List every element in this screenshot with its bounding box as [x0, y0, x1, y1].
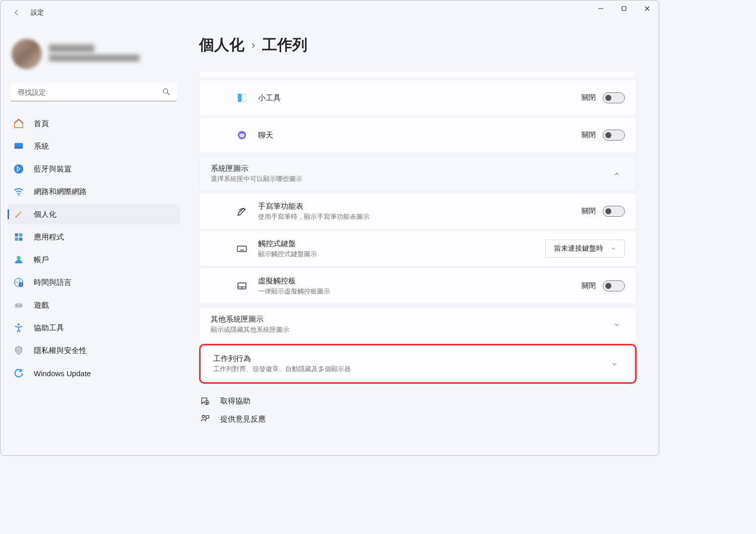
- nav-label: 隱私權與安全性: [34, 346, 87, 355]
- gamepad-icon: [13, 299, 25, 311]
- nav-label: 首頁: [34, 119, 49, 129]
- nav-personalization[interactable]: 個人化: [8, 204, 180, 224]
- row-touch-keyboard[interactable]: 觸控式鍵盤 顯示觸控式鍵盤圖示 當未連接鍵盤時: [199, 230, 637, 267]
- svg-line-3: [167, 93, 169, 95]
- nav-label: 帳戶: [34, 255, 49, 265]
- accessibility-icon: [13, 322, 25, 334]
- chat-toggle[interactable]: [603, 130, 625, 141]
- profile-block[interactable]: [8, 25, 180, 83]
- nav-label: 網路和網際網路: [34, 187, 87, 197]
- svg-point-24: [242, 135, 243, 136]
- back-button[interactable]: [7, 3, 27, 23]
- row-title: 觸控式鍵盤: [258, 239, 536, 249]
- section-other-tray[interactable]: 其他系統匣圖示 顯示或隱藏其他系統匣圖示: [199, 307, 637, 342]
- section-tray-icons[interactable]: 系統匣圖示 選擇系統匣中可以顯示哪些圖示: [199, 156, 637, 191]
- avatar: [12, 39, 42, 69]
- link-label: 取得協助: [220, 396, 250, 406]
- widgets-icon: [235, 91, 249, 105]
- svg-point-17: [20, 305, 21, 306]
- search-box[interactable]: [11, 83, 177, 101]
- link-label: 提供意見反應: [220, 414, 266, 424]
- toggle-state: 關閉: [582, 281, 596, 290]
- close-button[interactable]: [636, 1, 659, 17]
- breadcrumb-parent[interactable]: 個人化: [199, 35, 244, 55]
- pen-toggle[interactable]: [603, 206, 625, 217]
- nav-time-language[interactable]: 時間與語言: [8, 272, 180, 292]
- svg-rect-1: [622, 7, 626, 11]
- nav-bluetooth[interactable]: 藍牙與裝置: [8, 159, 180, 179]
- toggle-state: 關閉: [582, 93, 596, 102]
- svg-point-18: [18, 324, 20, 326]
- maximize-button[interactable]: [612, 1, 636, 17]
- window-controls: [589, 1, 659, 17]
- row-chat[interactable]: 聊天 關閉: [199, 117, 637, 153]
- row-title: 虛擬觸控板: [258, 276, 573, 286]
- apps-icon: [13, 231, 25, 243]
- svg-point-12: [17, 256, 20, 260]
- nav-windows-update[interactable]: Windows Update: [8, 363, 180, 383]
- touch-keyboard-dropdown[interactable]: 當未連接鍵盤時: [545, 240, 625, 258]
- nav-label: 協助工具: [34, 323, 64, 333]
- row-widgets[interactable]: 小工具 關閉: [199, 80, 637, 116]
- card-stub-top: [199, 71, 637, 78]
- nav-label: Windows Update: [34, 369, 91, 378]
- section-sub: 工作列對齊、頒發徽章、自動隱藏及多個顯示器: [213, 365, 606, 374]
- breadcrumb-current: 工作列: [262, 35, 307, 55]
- svg-rect-22: [239, 134, 244, 137]
- nav-apps[interactable]: 應用程式: [8, 227, 180, 247]
- svg-point-2: [163, 89, 168, 93]
- feedback-link[interactable]: 提供意見反應: [199, 414, 637, 424]
- section-title: 系統匣圖示: [211, 164, 609, 173]
- get-help-link[interactable]: ? 取得協助: [199, 396, 637, 406]
- nav-privacy[interactable]: 隱私權與安全性: [8, 340, 180, 361]
- toggle-state: 關閉: [582, 207, 596, 216]
- row-virtual-touchpad[interactable]: 虛擬觸控板 一律顯示虛擬觸控板圖示 關閉: [199, 268, 637, 304]
- svg-point-7: [18, 195, 20, 196]
- nav-accounts[interactable]: 帳戶: [8, 250, 180, 270]
- keyboard-icon: [235, 242, 249, 256]
- content: 個人化 › 工作列 小工具 關閉 聊天 關閉 系統匣圖示 選擇系統匣中可以顯: [187, 25, 659, 455]
- highlight-taskbar-behavior: 工作列行為 工作列對齊、頒發徽章、自動隱藏及多個顯示器: [199, 344, 637, 384]
- row-pen-menu[interactable]: 手寫筆功能表 使用手寫筆時，顯示手寫筆功能表圖示 關閉: [199, 193, 637, 229]
- touchpad-toggle[interactable]: [603, 280, 625, 291]
- svg-rect-9: [19, 233, 22, 236]
- chat-icon: [235, 128, 249, 142]
- svg-rect-10: [15, 238, 18, 241]
- chevron-up-icon: [609, 166, 625, 182]
- nav-system[interactable]: 系統: [8, 136, 180, 156]
- section-taskbar-behavior[interactable]: 工作列行為 工作列對齊、頒發徽章、自動隱藏及多個顯示器: [202, 346, 634, 381]
- section-title: 其他系統匣圖示: [211, 315, 609, 324]
- system-icon: [13, 140, 25, 152]
- chevron-down-icon: [606, 356, 622, 372]
- row-sub: 顯示觸控式鍵盤圖示: [258, 250, 536, 259]
- search-icon: [162, 87, 171, 96]
- nav-home[interactable]: 首頁: [8, 113, 180, 134]
- svg-point-35: [202, 416, 205, 418]
- pen-icon: [235, 204, 249, 218]
- wifi-icon: [13, 186, 25, 198]
- dropdown-value: 當未連接鍵盤時: [554, 244, 603, 253]
- nav-list: 首頁 系統 藍牙與裝置 網路和網際網路 個人化 應用程式: [8, 113, 180, 383]
- row-sub: 一律顯示虛擬觸控板圖示: [258, 287, 573, 296]
- section-sub: 選擇系統匣中可以顯示哪些圖示: [211, 174, 609, 184]
- svg-rect-19: [238, 94, 241, 102]
- nav-network[interactable]: 網路和網際網路: [8, 182, 180, 202]
- nav-label: 遊戲: [34, 301, 49, 310]
- nav-label: 應用程式: [34, 232, 64, 242]
- search-input[interactable]: [11, 83, 177, 101]
- minimize-button[interactable]: [589, 1, 612, 17]
- feedback-icon: [199, 414, 211, 424]
- titlebar: 設定: [1, 1, 659, 25]
- nav-label: 系統: [34, 142, 49, 151]
- row-title: 聊天: [258, 131, 573, 140]
- sidebar: 首頁 系統 藍牙與裝置 網路和網際網路 個人化 應用程式: [1, 25, 187, 455]
- update-icon: [13, 367, 25, 379]
- globe-clock-icon: [13, 276, 25, 288]
- svg-rect-8: [15, 233, 18, 236]
- row-title: 手寫筆功能表: [258, 202, 573, 211]
- nav-label: 時間與語言: [34, 278, 72, 287]
- nav-gaming[interactable]: 遊戲: [8, 295, 180, 315]
- nav-accessibility[interactable]: 協助工具: [8, 318, 180, 338]
- widgets-toggle[interactable]: [603, 92, 625, 103]
- home-icon: [13, 117, 25, 130]
